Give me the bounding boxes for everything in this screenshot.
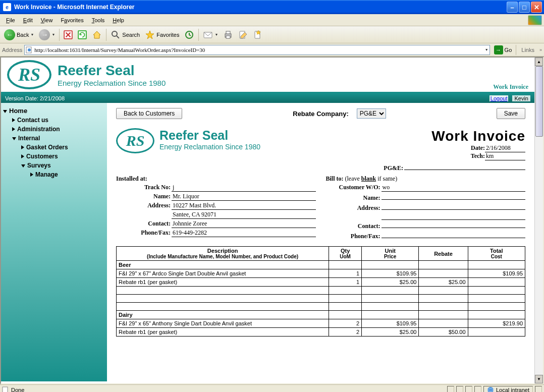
- maximize-button[interactable]: □: [519, 2, 530, 13]
- nav-surveys[interactable]: Surveys: [3, 161, 105, 170]
- search-button[interactable]: Search: [108, 28, 142, 41]
- menu-view[interactable]: View: [37, 16, 57, 25]
- install-phone-input[interactable]: 619-449-2282: [172, 229, 316, 237]
- mail-button[interactable]: ▼: [201, 28, 220, 41]
- table-row[interactable]: Rebate rb1 (per gasket)2$25.00$50.00: [117, 328, 525, 337]
- vertical-scrollbar[interactable]: ▲ ▼: [534, 58, 543, 383]
- menu-edit[interactable]: Edit: [19, 16, 37, 25]
- close-button[interactable]: ✕: [531, 2, 542, 13]
- url-dropdown-icon[interactable]: ▼: [485, 48, 488, 51]
- bill-name-input[interactable]: [382, 193, 526, 200]
- favorites-button[interactable]: Favorites: [143, 28, 181, 41]
- url-field-wrap: ▼: [24, 45, 489, 55]
- tech-value: km: [485, 152, 525, 160]
- history-button[interactable]: [182, 28, 196, 41]
- table-row[interactable]: F&I 29" x 65" Anthony Single Dart Double…: [117, 319, 525, 328]
- window-titlebar: e Work Invoice - Microsoft Internet Expl…: [0, 0, 544, 14]
- table-row[interactable]: [117, 287, 525, 295]
- customer-wo-input[interactable]: wo: [382, 184, 526, 192]
- links-label[interactable]: Links: [518, 47, 537, 53]
- page-header: RS Reefer Seal Energy Reclamation Since …: [1, 58, 534, 94]
- nav-customers[interactable]: Customers: [3, 152, 105, 161]
- window-title: Work Invoice - Microsoft Internet Explor…: [13, 4, 507, 11]
- status-pane-2: [456, 386, 463, 393]
- nav-manage[interactable]: Manage: [3, 170, 105, 179]
- table-row[interactable]: Beer: [117, 261, 525, 269]
- scroll-up-arrow[interactable]: ▲: [535, 58, 543, 66]
- refresh-button[interactable]: [76, 29, 89, 41]
- th-rebate: Rebate: [419, 247, 468, 261]
- th-unit-price: UnitPrice: [362, 247, 419, 261]
- invoice-heading: Work Invoice: [431, 128, 525, 144]
- url-input[interactable]: [34, 47, 483, 53]
- install-address1-input[interactable]: 10227 Mast Blvd.: [172, 202, 316, 210]
- tech-label: Tech:: [471, 152, 485, 160]
- rebate-company-select[interactable]: PG&E: [357, 108, 386, 119]
- menubar: File Edit View Favorites Tools Help: [0, 14, 544, 26]
- installed-at-heading: Installed at:: [116, 175, 316, 183]
- menu-file[interactable]: File: [2, 16, 19, 25]
- page-title-link[interactable]: Work Invoice: [493, 83, 528, 91]
- bill-address1-input[interactable]: [382, 203, 526, 210]
- track-no-input[interactable]: j: [172, 184, 316, 192]
- invoice-logo-icon: RS: [116, 128, 154, 153]
- save-button[interactable]: Save: [497, 108, 525, 119]
- page-status-icon: [2, 386, 9, 392]
- nav-gasket-orders[interactable]: Gasket Orders: [3, 143, 105, 152]
- edit-button[interactable]: [236, 28, 250, 41]
- minimize-button[interactable]: –: [507, 2, 518, 13]
- scroll-thumb[interactable]: [535, 66, 543, 137]
- menu-favorites[interactable]: Favorites: [57, 16, 87, 25]
- bill-address2-input[interactable]: [382, 213, 526, 220]
- table-row[interactable]: [117, 295, 525, 303]
- table-row[interactable]: [117, 303, 525, 311]
- company-field-label: PG&E:: [384, 164, 403, 172]
- scroll-down-arrow[interactable]: ▼: [535, 375, 543, 383]
- back-to-customers-button[interactable]: Back to Customers: [116, 108, 182, 119]
- username: Kevin: [512, 95, 530, 101]
- svg-point-2: [112, 31, 117, 36]
- windows-flag-icon: [528, 15, 542, 25]
- logout-link[interactable]: Logout: [489, 95, 509, 101]
- back-button[interactable]: ←Back▼: [2, 28, 36, 42]
- company-field-value[interactable]: [404, 170, 525, 170]
- nav-contact[interactable]: Contact us: [3, 116, 105, 125]
- table-row[interactable]: Dairy: [117, 311, 525, 319]
- security-zone-pane: Local intranet: [483, 386, 533, 393]
- sidebar-nav: Home Contact us Administration Internal …: [1, 103, 107, 381]
- forward-button[interactable]: →▼: [37, 28, 57, 42]
- stop-button[interactable]: [62, 29, 75, 41]
- svg-rect-6: [226, 31, 230, 34]
- table-row[interactable]: F&I 29" x 67" Ardco Single Dart Double A…: [117, 269, 525, 278]
- menu-help[interactable]: Help: [108, 16, 128, 25]
- nav-internal[interactable]: Internal: [3, 134, 105, 143]
- address-label: Address: [2, 47, 22, 53]
- discusss-button[interactable]: [251, 28, 265, 41]
- th-description: Description(Include Manufacture Name, Mo…: [117, 247, 329, 261]
- home-button[interactable]: [90, 28, 104, 41]
- date-label: Date:: [471, 144, 485, 152]
- invoice-line-items-table: Description(Include Manufacture Name, Mo…: [116, 246, 525, 337]
- page-icon: [26, 46, 33, 53]
- rebate-company-label: Rebate Company:: [293, 110, 349, 118]
- table-row[interactable]: Rebate rb1 (per gasket)1$25.00$25.00: [117, 278, 525, 287]
- bill-phone-input[interactable]: [382, 231, 526, 238]
- print-button[interactable]: [221, 28, 235, 41]
- install-name-input[interactable]: Mr. Liquor: [172, 193, 316, 201]
- invoice-letterhead: RS Reefer Seal Energy Reclamation Since …: [116, 128, 525, 160]
- install-contact-input[interactable]: Johnnie Zoree: [172, 220, 316, 228]
- installed-at-section: Installed at: Track No:j Name:Mr. Liquor…: [116, 175, 316, 241]
- bill-contact-input[interactable]: [382, 221, 526, 228]
- menu-tools[interactable]: Tools: [88, 16, 109, 25]
- go-button[interactable]: → Go: [492, 45, 514, 54]
- resize-grip[interactable]: [535, 386, 542, 393]
- install-address2-input[interactable]: Santee, CA 92071: [172, 211, 316, 219]
- nav-home[interactable]: Home: [3, 106, 105, 116]
- main-content: Back to Customers Rebate Company: PG&E S…: [107, 103, 534, 381]
- bill-to-section: Bill to: (leave blank if same) Customer …: [326, 175, 526, 241]
- nav-admin[interactable]: Administration: [3, 125, 105, 134]
- status-pane-1: [447, 386, 454, 393]
- version-date: Version Date: 2/21/2008: [5, 95, 65, 101]
- svg-rect-1: [78, 31, 86, 39]
- brand-name: Reefer Seal: [58, 63, 166, 79]
